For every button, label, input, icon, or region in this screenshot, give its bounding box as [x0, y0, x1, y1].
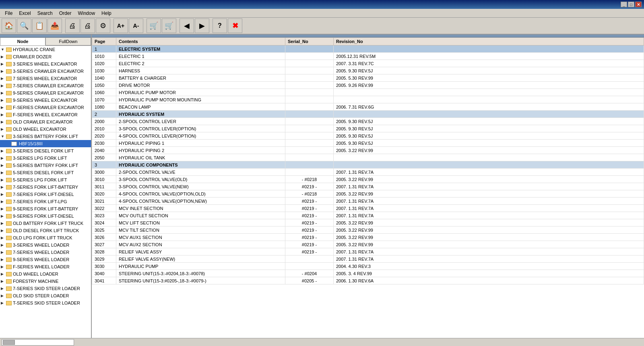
tree-item[interactable]: ▶5-SERIES LPG FORK LIFT	[0, 176, 91, 183]
back-button[interactable]: ◀	[180, 19, 194, 33]
tree-item[interactable]: ▶9-SERIES WHEEL EXCAVATOR	[0, 97, 91, 104]
table-row[interactable]: 30214-SPOOL CONTROL VALVE(OPTION,NEW)#02…	[92, 198, 644, 205]
tab-node[interactable]: Node	[0, 37, 45, 45]
menu-window[interactable]: Window	[74, 9, 98, 18]
tree-item[interactable]: ▶7-SERIES WHEEL LOADER	[0, 249, 91, 256]
tree-item[interactable]: ▶3-SERIES WHEEL LOADER	[0, 241, 91, 249]
tree-item[interactable]: ▼3-SERIES BATTERY FORK LIFT	[0, 133, 91, 140]
home-button[interactable]: 🏠	[2, 19, 16, 33]
menu-file[interactable]: File	[2, 9, 16, 18]
tree-item[interactable]: ▶7 SERIES WHEEL EXCAVATOR	[0, 75, 91, 82]
table-row[interactable]: 3025MCV TILT SECTION#0219 -2005. 3.22 RE…	[92, 227, 644, 234]
menu-search[interactable]: Search	[34, 9, 56, 18]
table-row[interactable]: 3028RELIEF VALVE ASSY#0219 -2007. 1.31 R…	[92, 248, 644, 255]
menu-help[interactable]: Help	[98, 9, 115, 18]
table-view-button[interactable]: 📋	[32, 19, 47, 33]
table-row[interactable]: 30103-SPOOL CONTROL VALVE(OLD)- #0218200…	[92, 176, 644, 183]
table-row[interactable]: 3027MCV AUX2 SECTION#0219 -2005. 3.22 RE…	[92, 241, 644, 248]
table-row[interactable]: 1010ELECTRIC 12005.12.31 REV.5M	[92, 53, 644, 60]
tree-item[interactable]: ▶OLD SKID STEER LOADER	[0, 292, 91, 299]
zoom-in-button[interactable]: A+	[114, 19, 128, 33]
table-row[interactable]: 3029RELIEF VALVE ASSY(NEW)2007. 1.31 REV…	[92, 255, 644, 263]
cart-button[interactable]: 🛒	[147, 19, 161, 33]
tree-item[interactable]: ▶3 SERIES WHEEL EXCAVATOR	[0, 60, 91, 68]
settings-button[interactable]: ⚙	[96, 19, 110, 33]
tree-item[interactable]: ▶OLD BATTERY FORK LIFT TRUCK	[0, 220, 91, 227]
tree-item[interactable]: ▶9-SERIES CRAWLER EXCAVATOR	[0, 89, 91, 97]
tree-item[interactable]: ▶OLD WHEEL EXCAVATOR	[0, 126, 91, 133]
tree-item[interactable]: ▶T-SERIES SKID STEER LOADER	[0, 299, 91, 307]
status-scrollbar[interactable]	[2, 339, 74, 346]
maximize-button[interactable]: □	[628, 2, 634, 7]
table-row[interactable]: 1070HYDRAULIC PUMP MOTOR MOUNTING	[92, 96, 644, 103]
close-app-button[interactable]: ✖	[228, 19, 242, 33]
print2-button[interactable]: 🖨	[80, 19, 95, 33]
search-button[interactable]: 🔍	[17, 19, 31, 33]
cart2-button[interactable]: 🛒	[162, 19, 176, 33]
model-tree[interactable]: ▼HYDRAULIC CRANE▶CRAWLER DOZER▶3 SERIES …	[0, 46, 91, 338]
tree-item[interactable]: ▶3-SERIES CRAWLER EXCAVATOR	[0, 68, 91, 75]
table-row[interactable]: 30113-SPOOL CONTROL VALVE(NEW)#0219 -200…	[92, 183, 644, 190]
table-row[interactable]: 20002-SPOOL CONTROL LEVER2005. 9.30 REV.…	[92, 118, 644, 125]
tree-item[interactable]: ▶5-SERIES DIESEL FORK LIFT	[0, 169, 91, 176]
table-row[interactable]: 30204-SPOOL CONTROL VALVE(OPTION,OLD)- #…	[92, 190, 644, 198]
tree-item[interactable]: ▶5-SERIES BATTERY FORK LIFT	[0, 162, 91, 169]
minimize-button[interactable]: _	[621, 2, 627, 7]
tree-item[interactable]: ▶F-SERIES WHEEL EXCAVATOR	[0, 111, 91, 118]
table-row[interactable]: 20204-SPOOL CONTROL LEVER(OPTION)2005. 9…	[92, 132, 644, 140]
table-row[interactable]: 2030HYDRAULIC PIPING 12005. 9.30 REV.5J	[92, 140, 644, 147]
table-row[interactable]: 3026MCV AUX1 SECTION#0219 -2005. 3.22 RE…	[92, 234, 644, 241]
tree-item[interactable]: ▶7-SERIES SKID STEER LOADER	[0, 285, 91, 292]
print-button[interactable]: 🖨	[65, 19, 80, 33]
table-row[interactable]: 3040STEERING UNIT(15-3:-#0204,18-3:-#007…	[92, 270, 644, 277]
table-row[interactable]: 20103-SPOOL CONTROL LEVER(OPTION)2005. 9…	[92, 125, 644, 132]
tree-item[interactable]: ▶FORESTRY MACHINE	[0, 278, 91, 285]
table-row[interactable]: 1020ELECTRIC 22007. 3.31 REV.7C	[92, 60, 644, 67]
menu-order[interactable]: Order	[56, 9, 75, 18]
tree-item[interactable]: ▶F-SERIES CRAWLER EXCAVATOR	[0, 104, 91, 111]
tree-item[interactable]: ▶F-SERIES WHEEL LOADER	[0, 263, 91, 270]
table-row[interactable]: 1050DRIVE MOTOR2005. 9.26 REV.99	[92, 82, 644, 89]
tree-item[interactable]: ▶OLD LPG FORK LIFT TRUCK	[0, 234, 91, 241]
tree-item[interactable]: ▼HYDRAULIC CRANE	[0, 46, 91, 53]
tree-item[interactable]: ▶9-SERIES WHEEL LOADER	[0, 256, 91, 263]
scroll-thumb[interactable]	[3, 340, 15, 345]
tree-item[interactable]: ▶7-SERIES CRAWLER EXCAVATOR	[0, 82, 91, 89]
tree-item[interactable]: ▶3-SERIES LPG FORK LIFT	[0, 154, 91, 162]
tree-item[interactable]: ▶OLD CRAWLER EXCAVATOR	[0, 118, 91, 126]
table-row[interactable]: 1040BATTERY & CHARGER2005. 5.30 REV.99	[92, 74, 644, 82]
zoom-out-button[interactable]: A-	[129, 19, 143, 33]
table-row[interactable]: 1060HYDRAULIC PUMP MOTOR	[92, 89, 644, 96]
close-window-button[interactable]: ✕	[635, 2, 642, 7]
table-row[interactable]: 2040HYDRAULIC PIPING 22005. 3.22 REV.99	[92, 147, 644, 154]
table-row[interactable]: 30002-SPOOL CONTROL VALVE2007. 1.31 REV.…	[92, 169, 644, 176]
table-row[interactable]: 1ELECTRIC SYSTEM	[92, 45, 644, 53]
table-row[interactable]: 2HYDRAULIC SYSTEM	[92, 111, 644, 118]
parts-table-container[interactable]: Page Contents Serial_No Revision_No 1ELE…	[92, 37, 644, 338]
menu-excel[interactable]: Excel	[16, 9, 34, 18]
tree-item[interactable]: ▶7-SERIES FORK LIFT-DIESEL	[0, 191, 91, 198]
forward-button[interactable]: ▶	[195, 19, 209, 33]
tree-item[interactable]: ▶3-SERIES DIESEL FORK LIFT	[0, 147, 91, 154]
table-row[interactable]: 2050HYDRAULIC OIL TANK	[92, 154, 644, 161]
tree-item[interactable]: ▶CRAWLER DOZER	[0, 53, 91, 60]
tree-item[interactable]: ▶7-SERIES FORK LIFT-LPG	[0, 198, 91, 205]
tree-item[interactable]: ▶9-SERIES FORK LIFT-BATTERY	[0, 205, 91, 212]
table-row[interactable]: 3023MCV OUTLET SECTION#0219 -2007. 1.31 …	[92, 212, 644, 219]
table-row[interactable]: 3030HYDRAULIC PUMP2004. 4.30 REV.3	[92, 263, 644, 270]
table-row[interactable]: 3041STEERING UNIT(15-3:#0205-,18-3:-#007…	[92, 277, 644, 284]
table-row[interactable]: 3HYDRAULIC COMPONENTS	[92, 161, 644, 169]
table-row[interactable]: 3022MCV INLET SECTION#0219 -2007. 1.31 R…	[92, 205, 644, 212]
tab-fulldown[interactable]: FullDown	[45, 37, 91, 45]
table-row[interactable]: 1080BEACON LAMP2006. 7.31 REV.6G	[92, 103, 644, 111]
table-row[interactable]: 3024MCV LIFT SECTION#0219 -2005. 3.22 RE…	[92, 219, 644, 227]
tree-item[interactable]: ▶9-SERIES FORK LIFT-DIESEL	[0, 212, 91, 220]
table-row[interactable]: 1030HARNESS2005. 9.30 REV.5J	[92, 67, 644, 74]
tree-item[interactable]: HBF15/18III	[0, 140, 91, 147]
tree-item[interactable]: ▶7-SERIES FORK LIFT-BATTERY	[0, 183, 91, 191]
tree-item[interactable]: ▶OLD WHEEL LOADER	[0, 270, 91, 278]
help-button[interactable]: ?	[213, 19, 227, 33]
export-button[interactable]: 📤	[47, 19, 62, 33]
window-controls[interactable]: _ □ ✕	[621, 2, 642, 7]
tree-item[interactable]: ▶OLD DIESEL FORK LIFT TRUCK	[0, 227, 91, 234]
